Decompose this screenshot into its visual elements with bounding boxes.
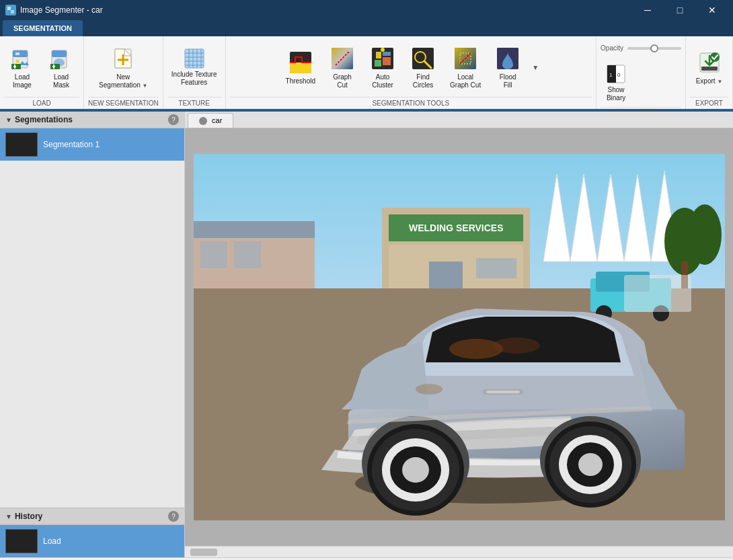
history-item-load[interactable]: Load — [0, 525, 184, 557]
seg-tools-group-label: SEGMENTATION TOOLS — [230, 97, 592, 109]
main-area: ▼ Segmentations ? Segmentation 1 ▼ Histo… — [0, 112, 733, 557]
svg-rect-66 — [194, 221, 315, 238]
tab-car[interactable]: car — [188, 113, 233, 128]
tab-car-label: car — [212, 116, 222, 124]
svg-point-6 — [16, 60, 20, 63]
include-texture-button[interactable]: Include TextureFeatures — [167, 44, 221, 90]
seg-tools-overflow[interactable]: ▼ — [530, 62, 541, 73]
threshold-label: Threshold — [286, 77, 315, 85]
minimize-button[interactable]: ─ — [632, 0, 663, 20]
svg-point-98 — [416, 384, 442, 395]
new-seg-group-label: NEW SEGMENTATION — [88, 97, 159, 109]
scroll-thumb-horizontal[interactable] — [190, 549, 217, 556]
flood-fill-button[interactable]: FloodFill — [490, 42, 526, 93]
svg-rect-24 — [290, 69, 311, 73]
ribbon-group-texture: Include TextureFeatures TEXTURE — [163, 36, 226, 109]
maximize-button[interactable]: □ — [664, 0, 695, 20]
svg-text:1: 1 — [609, 72, 613, 78]
right-area: car — [185, 112, 733, 557]
new-seg-label: NewSegmentation ▼ — [99, 73, 147, 89]
history-name-load: Load — [43, 536, 61, 546]
svg-point-97 — [493, 337, 540, 354]
segmentations-title: Segmentations — [15, 115, 73, 124]
panel-spacer — [0, 161, 184, 508]
svg-rect-4 — [13, 50, 28, 57]
window-title: Image Segmenter - car — [20, 5, 103, 15]
left-panel: ▼ Segmentations ? Segmentation 1 ▼ Histo… — [0, 112, 185, 557]
new-segmentation-button[interactable]: NewSegmentation ▼ — [94, 42, 152, 93]
svg-rect-68 — [234, 241, 261, 268]
svg-point-64 — [688, 204, 722, 265]
ribbon-content: LoadImage LoadMask — [0, 36, 733, 110]
history-header[interactable]: ▼ History ? — [0, 508, 184, 525]
tab-segmentation[interactable]: SEGMENTATION — [3, 20, 83, 36]
ribbon-group-view-controls: Opacity 1 0 — [596, 36, 686, 109]
svg-rect-56 — [476, 258, 516, 278]
graph-cut-button[interactable]: GraphCut — [324, 42, 360, 93]
threshold-button[interactable]: Threshold — [281, 46, 320, 89]
history-info-icon[interactable]: ? — [168, 511, 179, 522]
tab-car-icon — [199, 117, 207, 125]
local-graph-cut-button[interactable]: LocalGraph Cut — [445, 42, 486, 93]
svg-rect-48 — [701, 67, 718, 71]
export-label: Export ▼ — [696, 77, 723, 85]
segmentation-item-1[interactable]: Segmentation 1 — [0, 128, 184, 161]
close-button[interactable]: ✕ — [697, 0, 728, 20]
svg-marker-30 — [383, 52, 391, 56]
svg-rect-100 — [486, 391, 520, 393]
image-container[interactable]: WELDING SERVICES — [185, 128, 733, 546]
new-seg-icon — [110, 45, 137, 72]
opacity-slider[interactable] — [627, 47, 681, 50]
auto-cluster-icon — [369, 45, 396, 72]
graph-cut-icon — [329, 45, 356, 72]
svg-text:WELDING SERVICES: WELDING SERVICES — [409, 223, 504, 233]
seg-name-1: Segmentation 1 — [43, 140, 100, 149]
auto-cluster-button[interactable]: AutoCluster — [364, 42, 401, 93]
svg-rect-9 — [52, 50, 67, 57]
segmentations-info-icon[interactable]: ? — [168, 114, 179, 125]
threshold-icon — [287, 49, 314, 76]
svg-rect-1 — [7, 7, 11, 10]
local-graph-cut-label: LocalGraph Cut — [450, 73, 481, 89]
history-list: Load — [0, 525, 184, 557]
ribbon-group-seg-tools: Threshold GraphCut — [226, 36, 596, 109]
app-icon — [5, 5, 16, 15]
segmentations-list: Segmentation 1 — [0, 128, 184, 161]
show-binary-label: ShowBinary — [607, 86, 625, 102]
export-button[interactable]: Export ▼ — [691, 46, 728, 89]
history-thumb-load — [5, 529, 38, 553]
show-binary-button[interactable]: 1 0 ShowBinary — [601, 60, 631, 106]
segmentations-header[interactable]: ▼ Segmentations ? — [0, 112, 184, 128]
ribbon: SEGMENTATION — [0, 20, 733, 112]
find-circles-label: FindCircles — [413, 73, 434, 89]
load-mask-button[interactable]: LoadMask — [43, 42, 79, 93]
find-circles-icon — [410, 45, 436, 72]
bottom-scrollbar[interactable] — [185, 546, 733, 557]
svg-rect-67 — [200, 241, 227, 268]
svg-rect-2 — [11, 10, 14, 13]
opacity-control: Opacity — [601, 42, 681, 54]
svg-point-33 — [381, 48, 385, 52]
texture-icon — [184, 48, 205, 69]
svg-marker-31 — [383, 57, 391, 65]
graph-cut-label: GraphCut — [333, 73, 352, 89]
load-image-icon — [9, 45, 36, 72]
seg-thumb-1 — [5, 132, 38, 157]
segmentations-collapse-arrow: ▼ — [5, 116, 12, 124]
load-image-button[interactable]: LoadImage — [4, 42, 40, 93]
tab-bar: car — [185, 112, 733, 128]
load-mask-icon — [48, 45, 75, 72]
svg-point-95 — [578, 453, 603, 476]
flood-fill-label: FloodFill — [500, 73, 516, 89]
image-area: WELDING SERVICES — [185, 128, 733, 546]
find-circles-button[interactable]: FindCircles — [405, 42, 441, 93]
segmentations-section: ▼ Segmentations ? Segmentation 1 — [0, 112, 184, 161]
export-group-label: EXPORT — [690, 97, 728, 109]
local-graph-cut-icon — [452, 45, 479, 72]
history-collapse-arrow: ▼ — [5, 513, 12, 520]
auto-cluster-label: AutoCluster — [372, 73, 393, 89]
texture-label: Include TextureFeatures — [171, 71, 217, 87]
history-title: History — [15, 512, 42, 521]
svg-point-90 — [402, 457, 429, 483]
export-icon — [696, 49, 723, 76]
